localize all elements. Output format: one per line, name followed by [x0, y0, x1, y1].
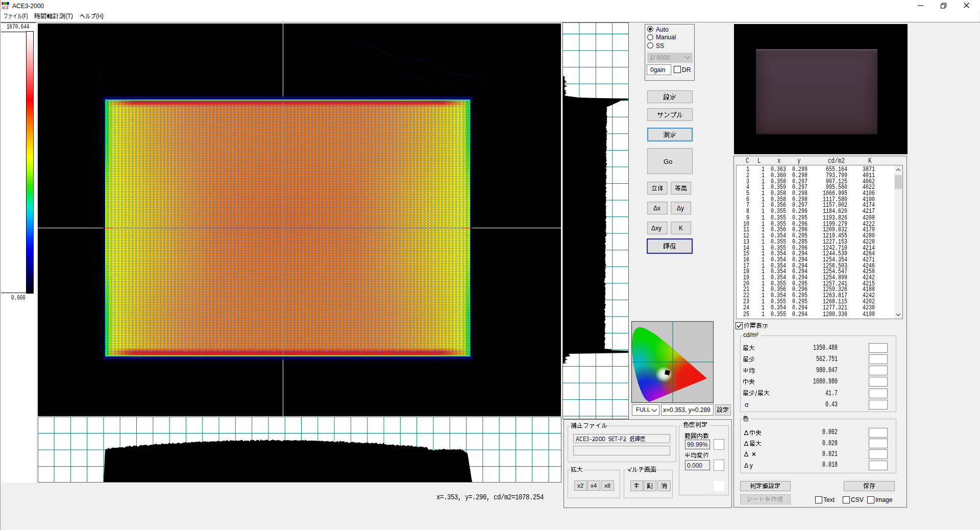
svg-text:ACE: ACE — [2, 6, 9, 10]
